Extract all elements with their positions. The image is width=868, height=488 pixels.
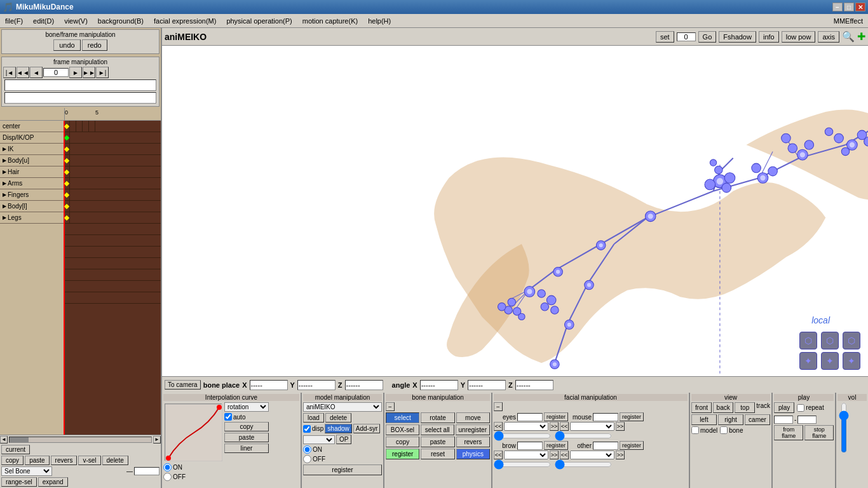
text-input-2[interactable] bbox=[4, 92, 156, 104]
model-register-button[interactable]: register bbox=[303, 464, 382, 475]
shadow-button[interactable]: shadow bbox=[325, 424, 351, 433]
box-sel-button[interactable]: BOX-sel bbox=[386, 424, 419, 435]
unregister-button[interactable]: unregister bbox=[456, 424, 490, 435]
frame-number-input[interactable]: 0 bbox=[43, 68, 69, 77]
mouse-select[interactable] bbox=[570, 422, 614, 431]
frame-number-toolbar-input[interactable]: 0 bbox=[677, 32, 696, 41]
bone-register-button[interactable]: register bbox=[386, 449, 419, 459]
play-to-input[interactable] bbox=[797, 416, 817, 424]
reset-button[interactable]: reset bbox=[421, 449, 454, 459]
frame-last-button[interactable]: ►| bbox=[96, 67, 109, 78]
text-input-1[interactable] bbox=[4, 79, 156, 91]
from-flame-button[interactable]: from flame bbox=[774, 425, 803, 440]
axis-button[interactable]: axis bbox=[818, 31, 839, 43]
eyes-right-arrow[interactable]: >> bbox=[550, 422, 559, 431]
load-button[interactable]: load bbox=[303, 413, 324, 423]
angle-y-input[interactable] bbox=[468, 380, 506, 390]
bone-y-input[interactable] bbox=[297, 380, 336, 390]
on-radio[interactable] bbox=[163, 463, 172, 471]
back-view-button[interactable]: back bbox=[713, 402, 733, 413]
bone-collapse-button[interactable]: − bbox=[386, 402, 395, 411]
info-button[interactable]: info bbox=[759, 31, 779, 43]
eyes-left-arrow[interactable]: << bbox=[494, 422, 503, 431]
viewport-icon-4[interactable]: ✦ bbox=[799, 352, 817, 370]
op-dropdown[interactable] bbox=[303, 435, 335, 444]
top-view-button[interactable]: top bbox=[735, 402, 755, 413]
physics-button[interactable]: physics bbox=[456, 449, 490, 459]
set-button[interactable]: set bbox=[656, 31, 674, 43]
frame-prev-big-button[interactable]: ◄◄ bbox=[17, 67, 29, 78]
rotate-button[interactable]: rotate bbox=[421, 412, 454, 423]
revers-button[interactable]: revers bbox=[51, 456, 78, 465]
brow-right-arrow[interactable]: >> bbox=[550, 451, 559, 459]
undo-button[interactable]: undo bbox=[53, 39, 80, 51]
tl-scroll-right[interactable]: ► bbox=[153, 436, 161, 444]
vsel-button[interactable]: v-sel bbox=[78, 456, 100, 465]
menu-facial[interactable]: facial expression(M) bbox=[149, 16, 221, 26]
auto-checkbox[interactable] bbox=[224, 413, 232, 421]
select-all-button[interactable]: select all bbox=[421, 424, 454, 435]
bone-value-input[interactable] bbox=[134, 467, 159, 475]
brow-select[interactable] bbox=[504, 451, 548, 459]
bone-checkbox[interactable] bbox=[720, 426, 728, 434]
search-icon[interactable]: 🔍 bbox=[842, 30, 855, 43]
viewport[interactable]: local ⬡ ⬡ ⬡ ✦ ✦ ✦ bbox=[162, 46, 868, 376]
close-button[interactable]: ✕ bbox=[855, 3, 865, 11]
eyes-slider[interactable] bbox=[494, 431, 551, 440]
add-syr-button[interactable]: Add-syr bbox=[353, 424, 380, 433]
rotation-select[interactable]: rotation X Y Z bbox=[224, 402, 269, 412]
model-off-radio[interactable] bbox=[303, 455, 311, 463]
menu-motion[interactable]: motion capture(K) bbox=[297, 16, 363, 26]
brow-register-button[interactable]: register bbox=[544, 441, 568, 450]
model-checkbox[interactable] bbox=[691, 426, 699, 434]
menu-view[interactable]: view(V) bbox=[59, 16, 93, 26]
menu-physical[interactable]: physical operation(P) bbox=[221, 16, 297, 26]
bone-revers-button[interactable]: revers bbox=[456, 437, 490, 447]
play-button[interactable]: play bbox=[774, 402, 794, 413]
viewport-icon-3[interactable]: ⬡ bbox=[843, 332, 860, 349]
frame-next-button[interactable]: ► bbox=[69, 67, 82, 78]
right-view-button[interactable]: right bbox=[718, 414, 743, 425]
disp-checkbox[interactable] bbox=[303, 425, 311, 433]
bone-copy-button[interactable]: copy bbox=[386, 437, 419, 447]
other-left-arrow[interactable]: << bbox=[560, 451, 569, 459]
sel-bone-select[interactable]: Sel Bone bbox=[1, 466, 52, 476]
menu-help[interactable]: help(H) bbox=[363, 16, 396, 26]
brow-left-arrow[interactable]: << bbox=[494, 451, 503, 459]
front-view-button[interactable]: front bbox=[691, 402, 712, 413]
viewport-icon-2[interactable]: ⬡ bbox=[821, 332, 839, 349]
range-sel-button[interactable]: range-sel bbox=[1, 477, 37, 487]
other-right-arrow[interactable]: >> bbox=[616, 451, 625, 459]
paste-button[interactable]: paste bbox=[25, 456, 49, 465]
other-slider[interactable] bbox=[555, 460, 612, 469]
model-select[interactable]: aniMEIKO bbox=[303, 402, 382, 412]
frame-next-big-button[interactable]: ►► bbox=[83, 67, 95, 78]
op-button[interactable]: OP bbox=[336, 435, 351, 444]
go-button[interactable]: Go bbox=[698, 31, 717, 43]
repeat-checkbox[interactable] bbox=[797, 404, 804, 412]
eyes-register-button[interactable]: register bbox=[544, 412, 568, 421]
delete-button[interactable]: delete bbox=[102, 456, 128, 465]
move-button[interactable]: move bbox=[456, 412, 490, 423]
bone-paste-button[interactable]: paste bbox=[421, 437, 454, 447]
volume-slider[interactable] bbox=[837, 402, 850, 453]
fshadow-button[interactable]: Fshadow bbox=[719, 31, 756, 43]
menu-file[interactable]: file(F) bbox=[0, 16, 28, 26]
liner-button[interactable]: liner bbox=[224, 444, 269, 453]
current-button[interactable]: current bbox=[1, 445, 30, 454]
angle-x-input[interactable] bbox=[420, 380, 458, 390]
menu-edit[interactable]: edit(D) bbox=[28, 16, 59, 26]
to-camera-button[interactable]: To camera bbox=[165, 380, 201, 390]
lowpow-button[interactable]: low pow bbox=[782, 31, 816, 43]
interp-paste-button[interactable]: paste bbox=[224, 433, 269, 442]
add-icon[interactable]: ✚ bbox=[857, 30, 865, 43]
tl-scrollbar[interactable] bbox=[9, 437, 152, 443]
select-bone-button[interactable]: select bbox=[386, 412, 419, 423]
tl-scrollbar-thumb[interactable] bbox=[10, 437, 29, 442]
bone-x-input[interactable] bbox=[250, 380, 288, 390]
viewport-icon-1[interactable]: ⬡ bbox=[799, 332, 817, 349]
menu-background[interactable]: background(B) bbox=[93, 16, 149, 26]
mouse-slider[interactable] bbox=[555, 431, 612, 440]
other-select[interactable] bbox=[570, 451, 614, 459]
titlebar-controls[interactable]: − □ ✕ bbox=[832, 3, 865, 11]
